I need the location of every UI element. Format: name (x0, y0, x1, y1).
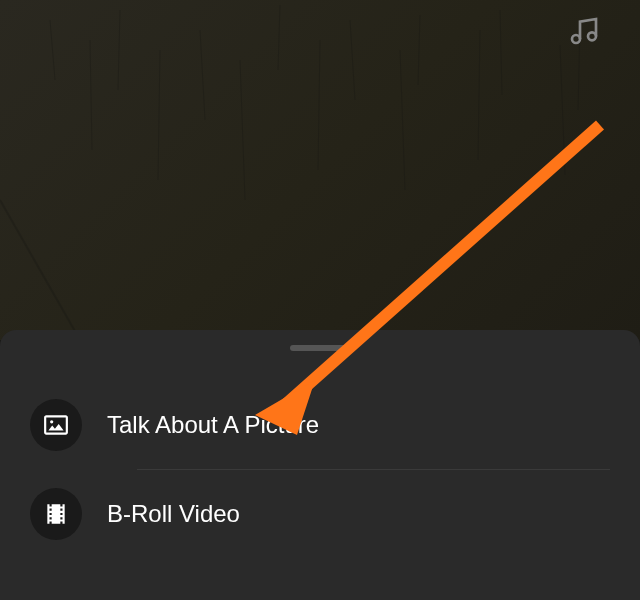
svg-line-4 (350, 20, 355, 100)
svg-line-12 (318, 40, 320, 170)
svg-line-2 (200, 30, 205, 120)
svg-point-17 (588, 32, 596, 40)
svg-line-9 (90, 40, 92, 150)
svg-line-6 (500, 10, 502, 95)
drag-handle[interactable] (290, 345, 350, 351)
menu-item-broll-video[interactable]: B-Roll Video (30, 470, 610, 558)
svg-line-5 (418, 15, 420, 85)
film-icon (43, 501, 69, 527)
svg-line-11 (240, 60, 245, 200)
menu-item-label: B-Roll Video (107, 500, 240, 528)
picture-icon (43, 412, 69, 438)
menu-item-label: Talk About A Picture (107, 411, 319, 439)
svg-line-15 (560, 45, 565, 175)
svg-point-16 (572, 35, 580, 43)
icon-circle (30, 399, 82, 451)
svg-point-18 (50, 420, 53, 423)
svg-line-10 (158, 50, 160, 180)
icon-circle (30, 488, 82, 540)
svg-line-1 (118, 10, 120, 90)
top-bar (568, 15, 600, 51)
svg-line-3 (278, 5, 280, 70)
music-icon[interactable] (568, 15, 600, 47)
bottom-sheet: Talk About A Picture B-Roll Video (0, 330, 640, 600)
menu-item-talk-about-picture[interactable]: Talk About A Picture (30, 381, 610, 469)
texture-overlay (0, 0, 640, 340)
background-image (0, 0, 640, 340)
svg-line-0 (50, 20, 55, 80)
svg-line-13 (400, 50, 405, 190)
svg-line-14 (478, 30, 480, 160)
svg-line-8 (0, 200, 80, 340)
